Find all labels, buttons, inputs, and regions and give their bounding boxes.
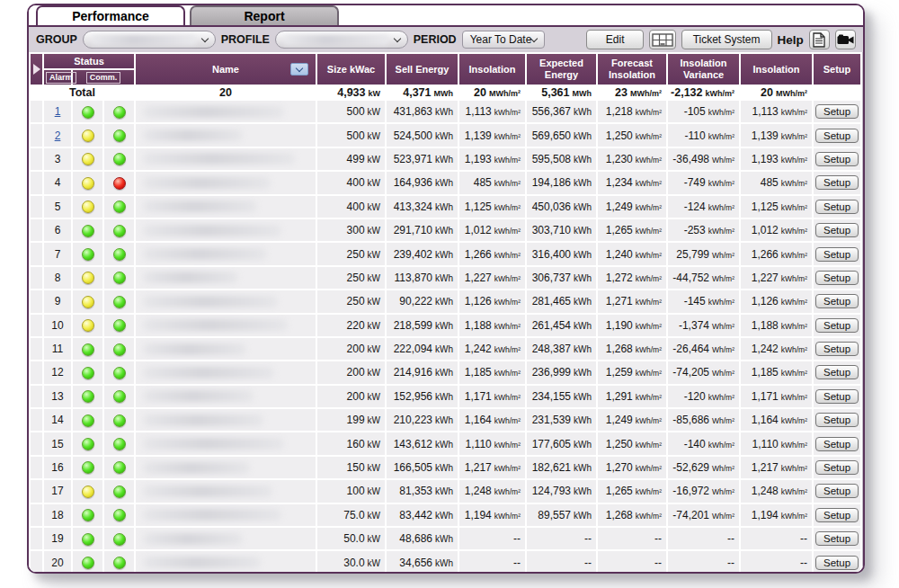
- setup-button[interactable]: Setup: [815, 104, 859, 119]
- setup-button[interactable]: Setup: [815, 247, 859, 262]
- row-expand-cell[interactable]: [31, 409, 42, 431]
- setup-button[interactable]: Setup: [815, 389, 859, 404]
- setup-button[interactable]: Setup: [815, 129, 859, 143]
- setup-button[interactable]: Setup: [815, 342, 859, 356]
- setup-button[interactable]: Setup: [815, 365, 859, 379]
- row-expand-cell[interactable]: [31, 243, 42, 264]
- comm-cell: [104, 148, 134, 170]
- row-expand-cell[interactable]: [31, 315, 42, 336]
- comm-cell: [104, 219, 134, 241]
- alarm-cell: [73, 409, 102, 431]
- table-row: 2500kW524,500kWh1,139kWh/m²569,650kWh1,2…: [31, 124, 860, 146]
- sell-energy-cell: 152,956kWh: [387, 386, 458, 407]
- alarm-status-led-green: [82, 461, 94, 474]
- tab-performance[interactable]: Performance: [36, 5, 185, 25]
- row-number: 6: [55, 224, 61, 236]
- row-expand-cell[interactable]: [31, 432, 42, 454]
- row-expand-cell[interactable]: [31, 551, 42, 572]
- row-expand-cell[interactable]: [31, 267, 42, 289]
- setup-button[interactable]: Setup: [815, 223, 859, 237]
- sell-energy-cell: 218,599kWh: [387, 315, 458, 336]
- help-video-button[interactable]: [835, 30, 856, 49]
- setup-button[interactable]: Setup: [815, 413, 859, 427]
- help-document-button[interactable]: [809, 30, 830, 49]
- edit-button[interactable]: Edit: [586, 30, 644, 49]
- size-cell: 50.0kW: [317, 528, 385, 549]
- group-select[interactable]: [83, 31, 216, 49]
- setup-button[interactable]: Setup: [815, 484, 859, 498]
- insolation2-cell: 1,242kWh/m²: [741, 338, 812, 360]
- setup-cell: Setup: [814, 361, 860, 383]
- alarm-subheader: Alarm: [44, 70, 71, 85]
- expected-energy-cell: 234,155kWh: [527, 386, 596, 407]
- comm-status-led-green: [113, 343, 126, 356]
- row-number: 20: [51, 557, 63, 569]
- setup-button[interactable]: Setup: [815, 271, 859, 285]
- table-row: 15160kW143,612kWh1,110kWh/m²177,605kWh1,…: [31, 432, 860, 454]
- row-expand-cell[interactable]: [31, 124, 42, 146]
- forecast-insolation-cell: 1,291kWh/m²: [598, 386, 666, 407]
- sell-energy-cell: 164,936kWh: [387, 172, 458, 193]
- row-number-cell: 14: [44, 409, 71, 431]
- name-sort-button[interactable]: [290, 63, 308, 76]
- row-expand-cell[interactable]: [31, 528, 42, 549]
- setup-cell: Setup: [814, 172, 860, 193]
- comm-status-led-green: [113, 414, 126, 427]
- expand-all-header[interactable]: [31, 54, 42, 85]
- row-expand-cell[interactable]: [31, 101, 42, 122]
- forecast-insolation-cell: 1,250kWh/m²: [598, 432, 666, 454]
- alarm-status-led-green: [82, 509, 94, 521]
- forecast-insolation-cell: 1,272kWh/m²: [598, 267, 666, 289]
- setup-button[interactable]: Setup: [815, 294, 859, 308]
- insolation-cell: --: [459, 551, 525, 572]
- period-select[interactable]: Year To Date: [462, 31, 546, 49]
- row-expand-cell[interactable]: [31, 148, 42, 170]
- forecast-insolation-cell: 1,265kWh/m²: [598, 219, 666, 241]
- row-expand-cell[interactable]: [31, 361, 42, 383]
- setup-cell: Setup: [814, 148, 860, 170]
- setup-button[interactable]: Setup: [815, 318, 859, 333]
- row-number-link[interactable]: 2: [55, 129, 61, 142]
- row-expand-cell[interactable]: [31, 172, 42, 193]
- tab-bar: Performance Report: [29, 5, 863, 27]
- setup-button[interactable]: Setup: [815, 531, 859, 546]
- tab-report[interactable]: Report: [190, 5, 339, 25]
- alarm-status-led-green: [82, 390, 94, 403]
- alarm-cell: [73, 315, 102, 336]
- setup-button[interactable]: Setup: [815, 152, 859, 166]
- setup-button[interactable]: Setup: [815, 508, 859, 522]
- setup-button[interactable]: Setup: [815, 556, 859, 570]
- row-number: 9: [55, 295, 61, 307]
- setup-button[interactable]: Setup: [815, 175, 859, 190]
- sell-energy-cell: 523,971kWh: [387, 148, 458, 170]
- setup-button[interactable]: Setup: [815, 200, 859, 214]
- site-name-redacted: [143, 343, 246, 355]
- row-expand-cell[interactable]: [31, 504, 42, 526]
- insolation2-cell: 1,194kWh/m²: [741, 504, 812, 526]
- alarm-cell: [73, 124, 102, 146]
- row-expand-cell[interactable]: [31, 338, 42, 360]
- row-expand-cell[interactable]: [31, 386, 42, 407]
- comm-cell: [104, 504, 134, 526]
- setup-button[interactable]: Setup: [815, 460, 859, 475]
- ticket-system-button[interactable]: Ticket System: [681, 30, 772, 49]
- forecast-insolation-cell: 1,249kWh/m²: [598, 196, 666, 218]
- site-name-cell: [136, 101, 316, 122]
- row-expand-cell[interactable]: [31, 219, 42, 241]
- row-expand-cell[interactable]: [31, 196, 42, 218]
- expected-energy-cell: 177,605kWh: [527, 432, 596, 454]
- profile-select[interactable]: [275, 31, 408, 49]
- row-number-link[interactable]: 1: [55, 105, 61, 118]
- row-expand-cell[interactable]: [31, 457, 42, 478]
- insolation-variance-cell: --: [668, 528, 739, 549]
- sell-energy-cell: 413,324kWh: [387, 196, 458, 218]
- table-layout-button[interactable]: [649, 30, 676, 49]
- size-cell: 200kW: [317, 338, 385, 360]
- row-expand-cell[interactable]: [31, 290, 42, 312]
- forecast-insolation-cell: 1,218kWh/m²: [598, 101, 666, 122]
- comm-cell: [104, 457, 134, 478]
- row-number-cell: 10: [44, 315, 71, 336]
- insolation-cell: 1,242kWh/m²: [459, 338, 525, 360]
- row-expand-cell[interactable]: [31, 480, 42, 502]
- setup-button[interactable]: Setup: [815, 437, 859, 451]
